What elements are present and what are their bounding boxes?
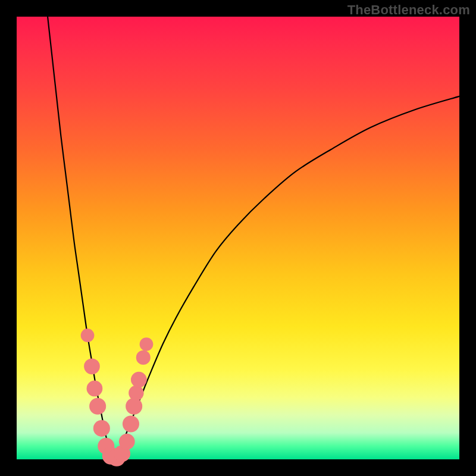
data-marker: [119, 434, 135, 450]
marker-group: [81, 328, 154, 466]
plot-area: [17, 17, 459, 459]
data-marker: [136, 350, 151, 365]
data-marker: [89, 398, 106, 415]
data-marker: [81, 328, 95, 342]
data-marker: [131, 372, 147, 388]
data-marker: [140, 337, 154, 351]
data-marker: [93, 420, 110, 437]
curve-left: [48, 17, 114, 459]
data-marker: [87, 381, 103, 397]
data-marker: [129, 386, 143, 400]
chart-frame: TheBottleneck.com: [0, 0, 476, 476]
curve-right: [114, 96, 459, 459]
data-marker: [123, 415, 139, 432]
data-marker: [126, 398, 142, 415]
data-marker: [84, 358, 100, 374]
curves-svg: [17, 17, 459, 459]
watermark-text: TheBottleneck.com: [347, 2, 470, 18]
